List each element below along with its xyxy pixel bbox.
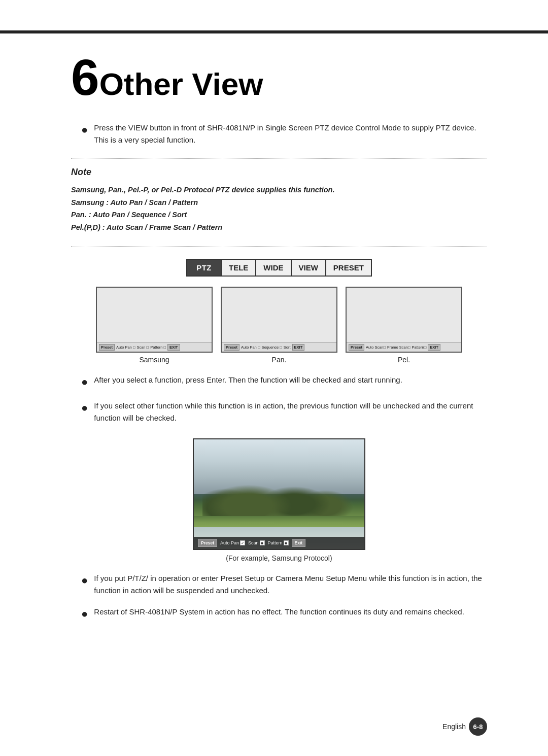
screen-pel: Preset Auto Scan□ Frame Scan□ Pattern□ E… <box>346 287 462 364</box>
ss-btn-exit[interactable]: Exit <box>292 539 306 547</box>
mid-bullets: ● After you select a function, press Ent… <box>81 374 487 424</box>
page-footer: English 6-8 <box>442 717 487 736</box>
tb-pattern-pel: Pattern□ <box>412 345 426 350</box>
screen-pan-display: Preset Auto Pan □ Sequence □ Sort EXIT <box>221 287 337 353</box>
tb-pattern-samsung: Pattern □ <box>150 345 166 350</box>
bullet-text: Press the VIEW button in front of SHR-40… <box>94 122 487 146</box>
tb-preset-pan[interactable]: Preset <box>224 344 239 351</box>
tb-autopan-pan: Auto Pan □ <box>241 345 260 350</box>
screenshot-toolbar: Preset Auto Pan ✓ Scan ■ Pattern ■ Exit <box>194 537 364 549</box>
screen-samsung-display: Preset Auto Pan □ Scan □ Pattern □ EXIT <box>96 287 213 353</box>
bullet-icon: ● <box>81 571 88 589</box>
tb-exit-pel[interactable]: EXIT <box>428 344 440 351</box>
ss-scan: Scan ■ <box>248 540 265 545</box>
list-item: ● If you put P/T/Z/ in operation or ente… <box>81 572 487 597</box>
screens-row: Preset Auto Pan □ Scan □ Pattern □ EXIT … <box>71 287 487 364</box>
screen-label-pel: Pel. <box>398 356 410 364</box>
note-body: Samsung, Pan., Pel.-P, or Pel.-D Protoco… <box>71 184 487 234</box>
screen-pel-toolbar: Preset Auto Scan□ Frame Scan□ Pattern□ E… <box>347 342 461 352</box>
page-badge: 6-8 <box>469 717 487 736</box>
tb-framescan-pel: Frame Scan□ <box>387 345 410 350</box>
tb-preset-pel[interactable]: Preset <box>349 344 364 351</box>
note-line-3: Pel.(P,D) : Auto Scan / Frame Scan / Pat… <box>71 223 222 231</box>
tb-sequence-pan: Sequence □ <box>261 345 282 350</box>
tb-scan-samsung: Scan □ <box>136 345 149 350</box>
tb-autopan-samsung: Auto Pan □ <box>116 345 135 350</box>
footer-language: English <box>442 723 466 731</box>
list-item: ● If you select other function while thi… <box>81 400 487 424</box>
ss-autopan: Auto Pan ✓ <box>220 540 245 545</box>
bullet-icon: ● <box>81 121 88 139</box>
tb-exit-samsung[interactable]: EXIT <box>167 344 180 351</box>
bullet-icon: ● <box>81 605 88 623</box>
checkbox-autopan: ✓ <box>240 540 245 545</box>
list-item: ● After you select a function, press Ent… <box>81 374 487 391</box>
bullet-text-5: Restart of SHR-4081N/P System in action … <box>94 606 487 618</box>
tb-exit-pan[interactable]: EXIT <box>292 344 305 351</box>
screenshot-caption: (For example, Samsung Protocol) <box>226 554 332 562</box>
screen-pan: Preset Auto Pan □ Sequence □ Sort EXIT P… <box>221 287 337 364</box>
note-title: Note <box>71 167 487 178</box>
btn-preset[interactable]: PRESET <box>326 259 372 277</box>
screen-samsung: Preset Auto Pan □ Scan □ Pattern □ EXIT … <box>96 287 213 364</box>
ss-pattern: Pattern ■ <box>268 540 289 545</box>
bullet-icon: ● <box>81 399 88 417</box>
top-border <box>0 30 548 33</box>
screenshot-image: Preset Auto Pan ✓ Scan ■ Pattern ■ Exit <box>193 438 365 550</box>
screen-label-pan: Pan. <box>272 356 287 364</box>
intro-bullets: ● Press the VIEW button in front of SHR-… <box>81 122 487 146</box>
checkbox-scan: ■ <box>260 540 265 545</box>
bullet-text-4: If you put P/T/Z/ in operation or enter … <box>94 572 487 597</box>
divider-bottom <box>71 246 487 247</box>
list-item: ● Press the VIEW button in front of SHR-… <box>81 122 487 146</box>
ss-btn-preset[interactable]: Preset <box>198 539 217 547</box>
screen-label-samsung: Samsung <box>139 356 169 364</box>
chapter-number: 6 <box>71 56 99 99</box>
bullet-icon: ● <box>81 373 88 391</box>
chapter-title: Other View <box>99 67 263 101</box>
screen-pel-display: Preset Auto Scan□ Frame Scan□ Pattern□ E… <box>346 287 462 353</box>
tb-sort-pan: Sort <box>284 345 291 350</box>
bullet-text-2: After you select a function, press Enter… <box>94 374 487 386</box>
checkbox-pattern: ■ <box>284 540 289 545</box>
note-intro: Samsung, Pan., Pel.-P, or Pel.-D Protoco… <box>71 186 334 194</box>
tb-autoscan-pel: Auto Scan□ <box>366 345 386 350</box>
screen-samsung-toolbar: Preset Auto Pan □ Scan □ Pattern □ EXIT <box>97 342 212 352</box>
bullet-text-3: If you select other function while this … <box>94 400 487 424</box>
divider-top <box>71 158 487 159</box>
chapter-heading: 6Other View <box>71 56 487 101</box>
screenshot-container: Preset Auto Pan ✓ Scan ■ Pattern ■ Exit … <box>71 438 487 562</box>
list-item: ● Restart of SHR-4081N/P System in actio… <box>81 606 487 623</box>
button-row: PTZ TELE WIDE VIEW PRESET <box>71 259 487 277</box>
note-line-2: Pan. : Auto Pan / Sequence / Sort <box>71 211 187 219</box>
final-bullets: ● If you put P/T/Z/ in operation or ente… <box>81 572 487 623</box>
btn-wide[interactable]: WIDE <box>256 259 291 277</box>
btn-view[interactable]: VIEW <box>292 259 326 277</box>
btn-tele[interactable]: TELE <box>222 259 256 277</box>
screen-pan-toolbar: Preset Auto Pan □ Sequence □ Sort EXIT <box>222 342 336 352</box>
btn-ptz[interactable]: PTZ <box>186 259 222 277</box>
tb-preset-samsung[interactable]: Preset <box>99 344 115 351</box>
note-line-1: Samsung : Auto Pan / Scan / Pattern <box>71 198 198 207</box>
